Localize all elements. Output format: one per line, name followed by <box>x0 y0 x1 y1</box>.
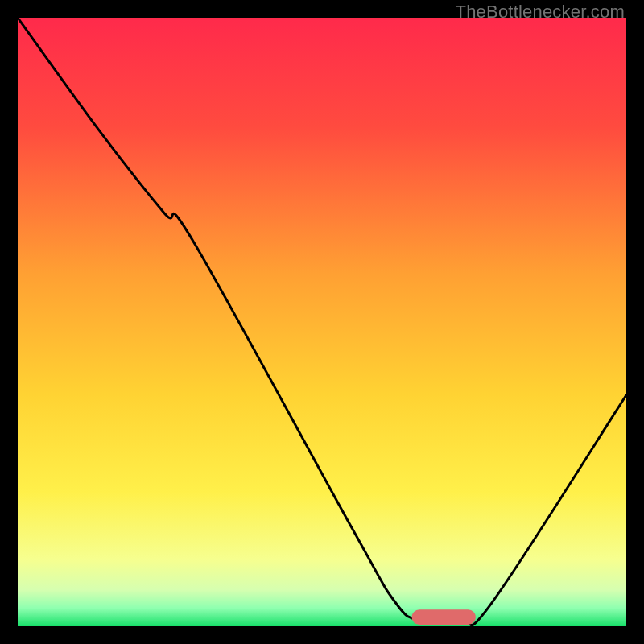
chart-frame <box>18 18 626 626</box>
gradient-background <box>18 18 626 626</box>
bottleneck-chart <box>18 18 626 626</box>
